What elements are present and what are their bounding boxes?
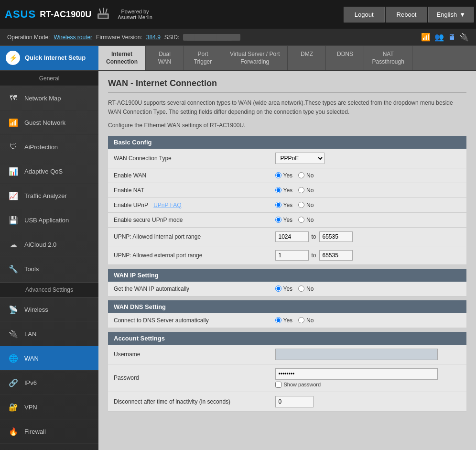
upnp-external-to-input[interactable]	[319, 250, 353, 261]
enable-secure-upnp-row: Enable secure UPnP mode Yes No	[108, 212, 466, 227]
sidebar-item-administration[interactable]: ⚙ Administration	[0, 444, 98, 450]
sidebar-item-usb-application[interactable]: 💾 USB Application	[0, 208, 98, 232]
tab-ddns[interactable]: DDNS	[326, 46, 364, 70]
show-password-checkbox[interactable]	[275, 382, 281, 388]
account-settings-table: Username Password Show pas	[108, 345, 466, 412]
sidebar-item-aicloud[interactable]: ☁ AiCloud 2.0	[0, 232, 98, 257]
sidebar-item-network-map[interactable]: 🗺 Network Map	[0, 86, 98, 110]
sidebar-item-guest-network[interactable]: 📶 Guest Network	[0, 110, 98, 135]
sidebar-label-usb-application: USB Application	[24, 217, 69, 224]
enable-nat-no[interactable]: No	[298, 187, 314, 194]
config-note: Configure the Ethernet WAN settings of R…	[108, 122, 466, 129]
get-wan-ip-label: Get the WAN IP automatically	[108, 282, 270, 296]
sidebar-label-ipv6: IPv6	[24, 379, 37, 386]
dns-auto-yes[interactable]: Yes	[275, 317, 293, 324]
enable-nat-row: Enable NAT Yes No	[108, 183, 466, 198]
sidebar-item-wan[interactable]: 🌐 WAN	[0, 346, 98, 371]
wan-icon: 🌐	[7, 352, 20, 364]
tools-icon: 🔧	[7, 263, 20, 275]
enable-wan-no[interactable]: No	[298, 172, 314, 179]
firmware-value[interactable]: 384.9	[146, 34, 161, 41]
ipv6-icon: 🔗	[7, 376, 20, 389]
enable-nat-radio-group: Yes No	[275, 187, 461, 194]
sidebar-item-lan[interactable]: 🔌 LAN	[0, 322, 98, 346]
page-description: RT-AC1900U supports several connection t…	[108, 99, 466, 117]
sidebar-label-network-map: Network Map	[24, 95, 61, 102]
quick-setup-label: Quick Internet Setup	[25, 54, 86, 62]
chevron-down-icon: ▼	[459, 11, 465, 18]
upnp-external-range-row: UPNP: Allowed external port range to	[108, 246, 466, 264]
enable-wan-yes[interactable]: Yes	[275, 172, 293, 179]
wan-ip-section: WAN IP Setting Get the WAN IP automatica…	[108, 269, 466, 296]
language-button[interactable]: English ▼	[428, 7, 474, 22]
model-name: RT-AC1900U	[40, 10, 91, 20]
svg-line-3	[106, 9, 107, 13]
tab-virtual-server[interactable]: Virtual Server / PortForwarding	[222, 46, 288, 70]
disconnect-input[interactable]	[275, 396, 314, 407]
logo-area: ASUS RT-AC1900U Powered by Asuswrt-Merli…	[0, 2, 157, 26]
asus-logo: ASUS	[5, 8, 36, 21]
lan-icon: 🔌	[7, 328, 20, 340]
upnp-faq-link[interactable]: UPnP FAQ	[153, 202, 181, 209]
username-input[interactable]	[275, 349, 438, 360]
usb-icon: 🔌	[459, 33, 469, 42]
enable-upnp-yes[interactable]: Yes	[275, 202, 293, 209]
sidebar-item-vpn[interactable]: 🔐 VPN	[0, 395, 98, 419]
password-input[interactable]	[275, 368, 438, 380]
main-layout: ⚡ Quick Internet Setup General 🗺 Network…	[0, 46, 476, 450]
network-map-icon: 🗺	[7, 92, 20, 104]
reboot-button[interactable]: Reboot	[386, 7, 428, 22]
enable-secure-upnp-yes[interactable]: Yes	[275, 217, 293, 223]
upnp-external-range-label: UPNP: Allowed external port range	[108, 246, 270, 264]
sidebar-label-adaptive-qos: Adaptive QoS	[24, 168, 63, 175]
enable-upnp-no[interactable]: No	[298, 202, 314, 209]
show-password-container: Show password	[275, 382, 461, 388]
aiprotection-icon: 🛡	[7, 141, 20, 153]
sidebar-item-traffic-analyzer[interactable]: 📈 Traffic Analyzer	[0, 184, 98, 208]
get-wan-ip-no[interactable]: No	[298, 285, 314, 292]
sidebar-item-tools[interactable]: 🔧 Tools	[0, 257, 98, 281]
get-wan-ip-radio-group: Yes No	[275, 285, 461, 292]
wan-connection-type-select[interactable]: PPPoE Automatic IP Static IP PPTP L2TP	[275, 153, 325, 164]
account-settings-header: Account Settings	[108, 332, 466, 345]
tab-internet-connection[interactable]: InternetConnection	[98, 46, 146, 70]
aicloud-icon: ☁	[7, 238, 20, 251]
tab-dmz[interactable]: DMZ	[288, 46, 326, 70]
sidebar-item-wireless[interactable]: 📡 Wireless	[0, 297, 98, 322]
sidebar: ⚡ Quick Internet Setup General 🗺 Network…	[0, 46, 98, 450]
enable-secure-upnp-label: Enable secure UPnP mode	[108, 212, 270, 227]
upnp-external-from-input[interactable]	[275, 250, 309, 261]
password-row: Password Show password	[108, 364, 466, 392]
wan-ip-header: WAN IP Setting	[108, 269, 466, 282]
operation-mode-value[interactable]: Wireless router	[54, 34, 92, 41]
language-label: English	[436, 11, 457, 18]
ssid-label: SSID:	[164, 34, 179, 41]
get-wan-ip-yes[interactable]: Yes	[275, 285, 293, 292]
wireless-icon: 📡	[7, 303, 20, 316]
dns-auto-row: Connect to DNS Server automatically Yes …	[108, 313, 466, 328]
tab-dual-wan[interactable]: DualWAN	[146, 46, 184, 70]
enable-secure-upnp-no[interactable]: No	[298, 217, 314, 223]
basic-config-section: Basic Config WAN Connection Type PPPoE A…	[108, 136, 466, 265]
wan-dns-section: WAN DNS Setting Connect to DNS Server au…	[108, 300, 466, 328]
upnp-internal-to-input[interactable]	[319, 231, 353, 242]
password-label: Password	[108, 364, 270, 392]
sidebar-item-aiprotection[interactable]: 🛡 AiProtection	[0, 135, 98, 159]
tab-nat-passthrough[interactable]: NATPassthrough	[364, 46, 412, 70]
enable-nat-yes[interactable]: Yes	[275, 187, 293, 194]
header-buttons: Logout Reboot English ▼	[344, 7, 476, 22]
dns-auto-label: Connect to DNS Server automatically	[108, 313, 270, 328]
sidebar-item-adaptive-qos[interactable]: 📊 Adaptive QoS	[0, 159, 98, 184]
get-wan-ip-row: Get the WAN IP automatically Yes No	[108, 282, 466, 296]
upnp-internal-from-input[interactable]	[275, 231, 309, 242]
sidebar-item-firewall[interactable]: 🔥 Firewall	[0, 419, 98, 444]
wan-connection-type-label: WAN Connection Type	[108, 149, 270, 168]
wan-dns-table: Connect to DNS Server automatically Yes …	[108, 313, 466, 328]
tab-port-trigger[interactable]: PortTrigger	[184, 46, 222, 70]
quick-setup-item[interactable]: ⚡ Quick Internet Setup	[0, 46, 98, 70]
sidebar-item-ipv6[interactable]: 🔗 IPv6	[0, 371, 98, 395]
network-icon: 🖥	[448, 33, 455, 42]
firewall-icon: 🔥	[7, 425, 20, 438]
dns-auto-no[interactable]: No	[298, 317, 314, 324]
logout-button[interactable]: Logout	[344, 7, 385, 22]
